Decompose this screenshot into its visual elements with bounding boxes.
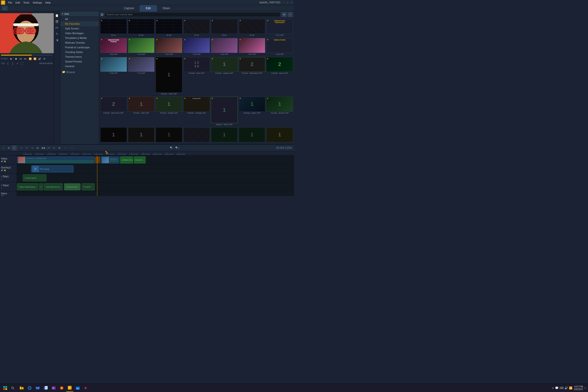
track-lock-icon[interactable]: 🔒 xyxy=(4,160,6,162)
title-clip-1[interactable]: LOREM IPSUM xyxy=(120,156,133,164)
tab-share[interactable]: Share xyxy=(157,5,176,11)
sidebar-icon-color[interactable]: ◑ xyxy=(54,37,60,43)
gallery-item-portrait-sale[interactable]: ★ 1 Portrait - Sale.VSP xyxy=(128,96,155,126)
storyboard-view[interactable]: ⊞ xyxy=(6,146,11,150)
sidebar-icon-motion[interactable]: ↻ xyxy=(54,31,60,37)
menu-help[interactable]: Help xyxy=(44,1,52,4)
gallery-item-t09[interactable]: ★ T-09.VSP xyxy=(100,57,127,96)
skip-start[interactable]: ⏮ xyxy=(35,146,40,150)
template-item-speed[interactable]: Speed Presets xyxy=(60,59,99,64)
gallery-item-extra3[interactable]: 1 xyxy=(156,127,182,143)
gallery-item-portrait-dual[interactable]: ★ 1 23 6 Portrait - Dual.VSP xyxy=(183,57,210,96)
gallery-item-t07[interactable]: ★ T-07.VSP xyxy=(239,38,266,56)
video-clip-2[interactable]: 20220228_143240.mp4 xyxy=(100,156,120,164)
fullscreen[interactable]: ⛶ xyxy=(20,61,24,66)
title2-track-content[interactable]: T today i learned guard and how do they … xyxy=(17,182,294,191)
mark-out[interactable]: ] xyxy=(10,61,15,66)
close-button[interactable]: × xyxy=(290,1,293,4)
add-track-button[interactable]: + xyxy=(1,146,6,150)
gallery-item-ip01[interactable]: ★ IP-01 xyxy=(100,19,127,37)
settings-preview[interactable]: ⚙ xyxy=(42,56,46,61)
gallery-item-portrait-simple[interactable]: ★ 1 Portrait - Simple.VSP xyxy=(156,96,182,126)
overlay-lock[interactable]: 🔒 xyxy=(4,169,6,171)
gallery-item-portrait-newpost[interactable]: ★ 2 Portrait - New Post.VSP xyxy=(100,96,127,126)
title2-clip-2[interactable]: T / xyxy=(39,183,43,190)
cut-button[interactable]: ✂ xyxy=(19,146,24,150)
title2-edit[interactable]: ✏ xyxy=(1,187,2,189)
browse-button[interactable]: 📂 Browse xyxy=(60,70,99,74)
title2-clip-4[interactable]: T oh and he would grow client xyxy=(64,183,80,190)
video-track-content[interactable]: 👤 20180912_103643.mp4 xyxy=(17,156,294,164)
gallery-view-toggle[interactable]: ⊞ xyxy=(282,12,286,17)
template-item-portrait[interactable]: Portrait to Landscape xyxy=(60,45,99,50)
gallery-item-extra2[interactable]: 1 xyxy=(128,127,155,143)
track-motion[interactable]: → xyxy=(62,146,67,150)
split-clip[interactable]: ⊣⊢ xyxy=(46,146,51,150)
gallery-item-t08[interactable]: ★ VIDEO.STUDIO T-08.VSP xyxy=(266,38,293,56)
gallery-item-ip06[interactable]: ★ IP-06 xyxy=(239,19,266,37)
template-item-favorites[interactable]: My Favorites xyxy=(60,22,99,26)
gallery-item-portrait-neon[interactable]: ★ 2 Portrait - Neon.VSP xyxy=(266,57,293,96)
title2-clip-1[interactable]: T today i learned guard and how do they … xyxy=(17,183,38,190)
gallery-item-t10[interactable]: ★ T-10.VSP xyxy=(128,57,155,96)
gallery-item-square-basic[interactable]: ★ 1 Square - Basic.VSP xyxy=(211,96,238,126)
zoom-out[interactable]: 🔍− xyxy=(170,146,174,150)
title1-track-content[interactable]: T Lorem ipsum xyxy=(17,174,294,182)
gallery-item-overlay-basic[interactable]: ★ 1 Overlay - Basic.VSP xyxy=(239,96,266,126)
menu-file[interactable]: File xyxy=(6,1,14,4)
gallery-sort-button[interactable]: ≡ xyxy=(288,12,292,17)
video-clip-main[interactable]: 👤 20180912_103643.mp4 xyxy=(17,156,95,164)
zoom-in[interactable]: 🔍+ xyxy=(175,146,180,150)
menu-tools[interactable]: Tools xyxy=(22,1,31,4)
gallery-item-portrait-vintage[interactable]: ★ VideoStudio Portrait - Vintage.VSP xyxy=(183,96,210,126)
undo-button[interactable]: ↩ xyxy=(24,146,29,150)
gallery-item-ip04[interactable]: ★ IP-04 xyxy=(183,19,210,37)
gallery-item-extra1[interactable]: 1 xyxy=(100,127,127,143)
template-item-montages[interactable]: Video Montages xyxy=(60,31,99,36)
expand[interactable]: ⤢ xyxy=(15,61,20,66)
redo-button[interactable]: ↪ xyxy=(30,146,35,150)
gallery-item-portrait-dark[interactable]: ★ 1 Portrait - Dark.VSP xyxy=(156,57,182,96)
next-clip[interactable]: ⏩ xyxy=(33,56,37,61)
gallery-item-extra6[interactable]: 1 xyxy=(239,127,266,143)
gallery-item-t02[interactable]: ★ VIDEOSTUDIOFestival T-02.VSP xyxy=(100,38,127,56)
overlay-mute[interactable]: 🔊 xyxy=(1,169,3,171)
gallery-item-t03[interactable]: ★ T-03.VSP xyxy=(128,38,155,56)
title-clip-2[interactable]: DOLOR I... xyxy=(134,156,146,164)
ripple-edit[interactable]: ⇔ xyxy=(52,146,56,150)
next-frame[interactable]: ⏭ xyxy=(23,56,28,61)
voice-expand[interactable]: ∨ xyxy=(4,195,5,196)
overlay-clip[interactable]: 🐦 OB-15.png xyxy=(31,166,74,172)
menu-settings[interactable]: Settings xyxy=(31,1,43,4)
voice-track-content[interactable] xyxy=(17,191,294,196)
more-tools[interactable]: ⋯ xyxy=(70,146,74,150)
title2-clip-5[interactable]: T i'm all of xyxy=(82,183,95,190)
gallery-item-extra7[interactable]: 1 xyxy=(266,127,293,143)
home-button[interactable]: ⌂ xyxy=(2,6,8,10)
minimize-button[interactable]: − xyxy=(282,1,286,4)
gallery-item-ip05[interactable]: ★ IP-05 xyxy=(211,19,238,37)
title1-clip[interactable]: T Lorem ipsum xyxy=(23,174,46,182)
sidebar-icon-media[interactable]: 🎬 xyxy=(54,19,60,24)
template-item-all[interactable]: All xyxy=(60,17,99,22)
gallery-item-ip03[interactable]: ★ IP-03 xyxy=(156,19,182,37)
stop-button[interactable]: ⏹ xyxy=(14,56,18,61)
template-item-webcam[interactable]: Webcam Overlay xyxy=(60,40,99,45)
gallery-search-input[interactable] xyxy=(105,12,280,17)
gallery-item-t01[interactable]: ★ VIDEOSTUDIOVideoStudio T-01.VSP xyxy=(266,19,293,37)
gallery-item-portrait-gallery[interactable]: ★ 1 Portrait - Gallery.VSP xyxy=(211,57,238,96)
volume-button[interactable]: 🔊 xyxy=(38,56,42,61)
tab-capture[interactable]: Capture xyxy=(118,5,140,11)
gallery-item-portrait-min[interactable]: ★ 2 Portrait - Minimalist.VSP xyxy=(239,57,266,96)
template-item-media[interactable]: Templates || Media xyxy=(60,36,99,40)
template-item-general[interactable]: General xyxy=(60,64,99,68)
maximize-button[interactable]: □ xyxy=(286,1,289,4)
gallery-item-ip02[interactable]: ★ IP-02 xyxy=(128,19,155,37)
gallery-item-t05[interactable]: ★ T-05.VSP xyxy=(183,38,210,56)
prev-frame[interactable]: ⏮ xyxy=(18,56,23,61)
track-mute-icon[interactable]: 🔊 xyxy=(1,160,3,162)
prev-clip[interactable]: ⏪ xyxy=(28,56,32,61)
prev-track[interactable]: ◀◀ xyxy=(41,146,46,150)
timeline-view[interactable]: ≡ xyxy=(12,146,16,150)
gallery-item-t06[interactable]: ★ T-06.VSP xyxy=(211,38,238,56)
